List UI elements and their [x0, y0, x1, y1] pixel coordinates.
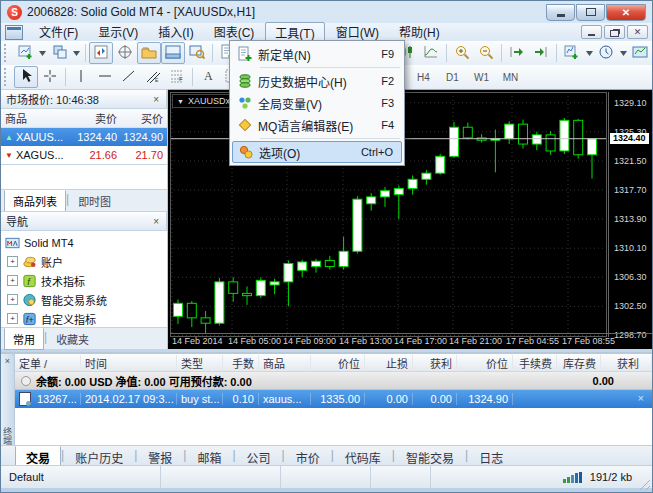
column-header-定单 /[interactable]: 定单 /	[15, 355, 81, 371]
profile-selector[interactable]: Default	[1, 466, 161, 488]
chart-window-icon[interactable]	[5, 25, 23, 40]
templates-button[interactable]	[628, 42, 652, 64]
timeframe-D1[interactable]: D1	[439, 68, 466, 87]
navigator-close-icon[interactable]: ×	[151, 216, 161, 227]
column-header-价位[interactable]: 价位	[457, 355, 513, 371]
column-header-止损[interactable]: 止损	[365, 355, 413, 371]
indicators-button[interactable]	[560, 42, 584, 64]
mdi-restore-icon	[610, 30, 619, 37]
market-watch-button[interactable]	[89, 42, 113, 64]
price-tick: 1310.10	[614, 243, 647, 253]
line-chart-button[interactable]	[419, 42, 443, 64]
navigator-button[interactable]	[137, 42, 161, 64]
crosshair-button[interactable]	[38, 66, 62, 88]
custom-indicators-icon: f+	[22, 312, 37, 325]
column-header-手数[interactable]: 手数	[223, 355, 259, 371]
channel-button[interactable]: E	[141, 66, 165, 88]
order-close-icon[interactable]: ×	[638, 392, 644, 404]
column-header-获利[interactable]: 获利	[601, 355, 652, 371]
vline-button[interactable]	[69, 66, 93, 88]
order-row[interactable]: 13267...2014.02.17 09:3...buy st...0.10x…	[15, 390, 652, 408]
expand-icon[interactable]: +	[7, 256, 18, 267]
terminal-close-icon[interactable]: ×	[5, 354, 10, 366]
time-tick: 14 Feb 05:00	[228, 336, 281, 346]
expand-icon[interactable]: +	[7, 294, 18, 305]
column-header-价位[interactable]: 价位	[311, 355, 365, 371]
cursor-button[interactable]	[14, 66, 38, 88]
expand-icon[interactable]: +	[7, 275, 18, 286]
expand-icon[interactable]: +	[7, 313, 18, 324]
data-window-button[interactable]	[113, 42, 137, 64]
toolbar-separator	[212, 44, 213, 62]
menu-item-历史数据中心(H)[interactable]: 历史数据中心(H)F2	[232, 70, 402, 92]
menu-显示(V)[interactable]: 显示(V)	[89, 22, 147, 43]
tree-item-自定义指标[interactable]: +f+自定义指标	[5, 309, 167, 327]
column-header-类型[interactable]: 类型	[177, 355, 223, 371]
tab-即时图[interactable]: 即时图	[69, 190, 120, 212]
mdi-restore-button[interactable]	[604, 25, 625, 39]
toolbar-separator	[501, 44, 502, 62]
strategy-tester-button[interactable]	[185, 42, 209, 64]
symbol-row-XAGUS...[interactable]: ▼XAGUS...21.6621.70	[1, 146, 167, 164]
market-watch-close-icon[interactable]: ×	[151, 94, 161, 105]
timeframe-W1[interactable]: W1	[468, 68, 495, 87]
menu-item-MQ语言编辑器(E)[interactable]: MQ语言编辑器(E)F4	[232, 114, 402, 136]
toolbar-grip[interactable]	[4, 44, 11, 62]
mdi-close-button[interactable]: ✕	[627, 25, 648, 39]
new-chart-caret[interactable]	[38, 43, 48, 63]
market-watch-header-row: 商品卖价买价	[1, 109, 167, 128]
tree-item-账户[interactable]: +账户	[5, 252, 167, 271]
tree-root-Solid MT4[interactable]: Solid MT4	[5, 234, 167, 252]
menu-插入(I)[interactable]: 插入(I)	[149, 22, 202, 43]
periods-button[interactable]	[594, 42, 618, 64]
auto-scroll-button[interactable]	[529, 42, 553, 64]
periods-caret[interactable]	[618, 43, 628, 63]
title-bar[interactable]: S 2006828: Solid Gold MT4 - [XAUUSDx,H1]…	[1, 1, 652, 23]
column-header: 商品	[1, 110, 67, 126]
zoom-in-button[interactable]	[450, 42, 474, 64]
chart-shift-button[interactable]	[505, 42, 529, 64]
candle	[546, 135, 555, 151]
trendline-button[interactable]	[117, 66, 141, 88]
new-chart-button[interactable]	[14, 42, 38, 64]
tree-item-技术指标[interactable]: +f技术指标	[5, 271, 167, 290]
terminal-caption-strip[interactable]: × 终端	[1, 354, 15, 447]
symbol-cell: ▼XAGUS...	[1, 149, 67, 161]
maximize-button[interactable]	[576, 4, 605, 21]
symbol-row-XAUUS...[interactable]: ▲XAUUS...1324.401324.90	[1, 128, 167, 146]
tab-常用[interactable]: 常用	[4, 328, 44, 350]
timeframe-H4[interactable]: H4	[410, 68, 437, 87]
profiles-button[interactable]	[48, 42, 72, 64]
column-header-商品[interactable]: 商品	[259, 355, 311, 371]
candle	[256, 280, 265, 295]
indicators-caret[interactable]	[584, 43, 594, 63]
menu-item-全局变量(V)[interactable]: 全局变量(V)F3	[232, 92, 402, 114]
tab-收藏夹[interactable]: 收藏夹	[47, 328, 98, 350]
indicators-icon	[564, 44, 580, 63]
column-header-库存费[interactable]: 库存费	[557, 355, 601, 371]
menu-separator	[260, 67, 400, 68]
menu-item-选项(O)[interactable]: 选项(O)Ctrl+O	[232, 141, 402, 163]
balance-row[interactable]: 余额: 0.00 USD 净值: 0.00 可用预付款: 0.00 0.00	[15, 372, 652, 390]
fibonacci-button[interactable]: F	[165, 66, 189, 88]
menu-item-label: MQ语言编辑器(E)	[258, 117, 381, 134]
mdi-minimize-button[interactable]	[581, 25, 602, 39]
tab-商品列表[interactable]: 商品列表	[4, 190, 66, 212]
menu-item-shortcut: F3	[381, 97, 402, 109]
toolbar-grip[interactable]	[4, 68, 11, 86]
menu-文件(F)[interactable]: 文件(F)	[30, 22, 87, 43]
text-button[interactable]: A	[196, 66, 220, 88]
column-header-手续费[interactable]: 手续费	[513, 355, 557, 371]
column-header-时间[interactable]: 时间	[81, 355, 177, 371]
column-header-获利[interactable]: 获利	[413, 355, 457, 371]
hline-button[interactable]	[93, 66, 117, 88]
terminal-button[interactable]	[161, 42, 185, 64]
tree-item-智能交易系统[interactable]: +智能交易系统	[5, 290, 167, 309]
minimize-button[interactable]	[546, 4, 575, 21]
profiles-caret[interactable]	[72, 43, 82, 63]
zoom-out-button[interactable]	[474, 42, 498, 64]
terminal-panel: × 终端 定单 /时间类型手数商品价位止损获利价位手续费库存费获利 余额: 0.…	[1, 352, 652, 447]
menu-item-新定单(N)[interactable]: 新定单(N)F9	[232, 43, 402, 65]
close-button[interactable]: ✕	[606, 4, 646, 21]
timeframe-MN[interactable]: MN	[497, 68, 524, 87]
